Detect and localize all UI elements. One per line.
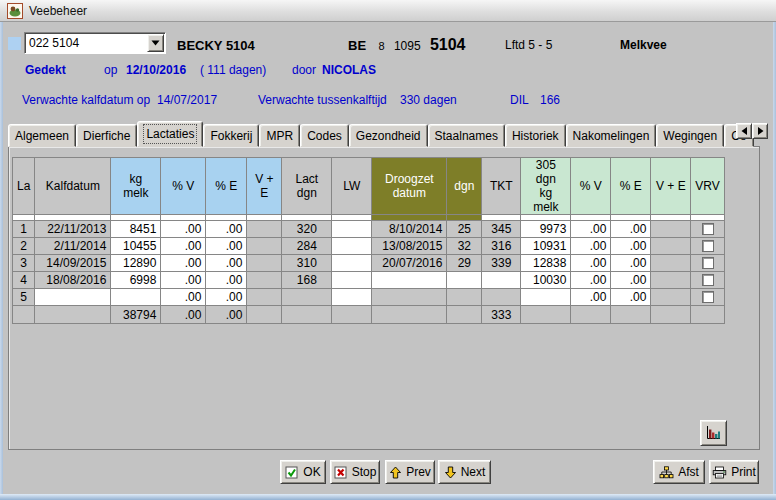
vrv-checkbox[interactable] [702,240,714,252]
table-row: 22/11/201410455.00.0028413/08/2015323161… [13,238,725,255]
vrv-checkbox[interactable] [702,291,714,303]
table-cell[interactable] [332,238,372,255]
chart-button[interactable] [700,420,727,446]
tab-staalnames[interactable]: Staalnames [428,124,505,147]
table-cell[interactable] [332,221,372,238]
table-cell[interactable]: .00 [571,221,611,238]
table-cell: 25 [447,221,482,238]
table-cell[interactable]: .00 [571,255,611,272]
column-header: % E [206,158,247,215]
verwachte-kalfdatum-value: 14/07/2017 [157,93,217,107]
table-cell: 14/09/2015 [35,255,111,272]
tab-gezondheid[interactable]: Gezondheid [349,124,428,147]
column-header: Kalfdatum [35,158,111,215]
window-frame-bottom [0,494,776,500]
tab-fokkerij[interactable]: Fokkerij [203,124,259,147]
tab-scroll-buttons [736,123,768,139]
tab-mpr[interactable]: MPR [259,124,300,147]
table-cell[interactable] [332,272,372,289]
table-cell: 320 [282,221,332,238]
next-button[interactable]: Next [438,460,491,484]
table-cell[interactable] [521,289,571,306]
table-cell[interactable]: .00 [571,272,611,289]
table-cell[interactable]: .00 [206,272,247,289]
table-cell[interactable]: .00 [206,221,247,238]
table-cell[interactable] [35,289,111,306]
table-cell[interactable] [482,272,521,289]
table-cell[interactable]: .00 [571,238,611,255]
print-button[interactable]: Print [709,460,759,484]
tab-label: Gezondheid [356,129,421,143]
table-cell[interactable]: .00 [206,255,247,272]
column-header: TKT [482,158,521,215]
tab-scroll-right-button[interactable] [752,123,768,139]
table-cell[interactable] [111,289,161,306]
tab-historiek[interactable]: Historiek [505,124,566,147]
table-cell[interactable]: .00 [206,238,247,255]
tab-wegingen[interactable]: Wegingen [656,124,724,147]
titlebar: Veebeheer [0,0,776,22]
table-cell[interactable]: .00 [611,255,651,272]
tab-algemeen[interactable]: Algemeen [8,124,76,147]
gedekt-date: 12/10/2016 [126,63,186,77]
table-cell[interactable]: 6998 [111,272,161,289]
vrv-checkbox[interactable] [702,274,714,286]
table-cell[interactable]: 12838 [521,255,571,272]
table-cell[interactable]: 8451 [111,221,161,238]
table-row: 5.00.00.00.00 [13,289,725,306]
afst-button[interactable]: Afst [653,460,705,484]
table-cell[interactable] [372,272,447,289]
table-cell[interactable]: .00 [611,221,651,238]
lactaties-table: LaKalfdatumkg melk% V% EV + ELact dgnLWD… [12,157,725,324]
vrv-checkbox[interactable] [702,257,714,269]
tab-codes[interactable]: Codes [300,124,349,147]
prev-button[interactable]: Prev [385,460,435,484]
table-cell[interactable]: 10455 [111,238,161,255]
table-cell: 1 [13,221,35,238]
vrv-checkbox[interactable] [702,223,714,235]
table-cell: 2/11/2014 [35,238,111,255]
table-cell[interactable]: .00 [161,255,206,272]
tab-nakomelingen[interactable]: Nakomelingen [566,124,657,147]
table-cell[interactable]: .00 [161,289,206,306]
table-cell[interactable]: .00 [206,289,247,306]
table-cell[interactable]: .00 [161,238,206,255]
table-cell: 339 [482,255,521,272]
table-cell[interactable] [447,272,482,289]
animal-id: BE 8 1095 5104 [348,36,466,54]
table-cell[interactable]: 10030 [521,272,571,289]
tree-icon [659,466,674,479]
button-label: Afst [678,465,699,479]
tab-scroll-left-button[interactable] [736,123,752,139]
totals-cell [247,306,282,324]
table-cell[interactable]: .00 [611,272,651,289]
table-cell[interactable]: 12890 [111,255,161,272]
combobox-dropdown-button[interactable] [147,34,164,52]
table-cell[interactable]: .00 [571,289,611,306]
tab-dierfiche[interactable]: Dierfiche [76,124,137,147]
ok-button[interactable]: OK [280,460,326,484]
chevron-down-icon [151,40,160,46]
table-cell[interactable] [332,255,372,272]
dil-label: DIL [510,93,529,107]
tab-lactaties[interactable]: Lactaties [137,121,203,147]
table-cell[interactable]: 9973 [521,221,571,238]
table-cell[interactable]: .00 [161,221,206,238]
table-cell-vrv [691,238,724,255]
table-cell[interactable]: 10931 [521,238,571,255]
table-cell: 5 [13,289,35,306]
button-label: Next [461,465,486,479]
tab-label: Wegingen [663,129,717,143]
table-cell[interactable]: .00 [161,272,206,289]
table-row: 418/08/20166998.00.0016810030.00.00 [13,272,725,289]
table-cell[interactable]: .00 [611,238,651,255]
column-header: % V [161,158,206,215]
tussenkalftijd-label: Verwachte tussenkalftijd [258,93,387,107]
gedekt-label: Gedekt [25,63,66,77]
stop-button[interactable]: Stop [330,460,380,484]
arrow-down-icon [444,466,457,479]
table-cell: 4 [13,272,35,289]
table-cell[interactable]: .00 [611,289,651,306]
animal-combobox[interactable]: 022 5104 [24,32,166,54]
table-cell[interactable] [332,289,372,306]
